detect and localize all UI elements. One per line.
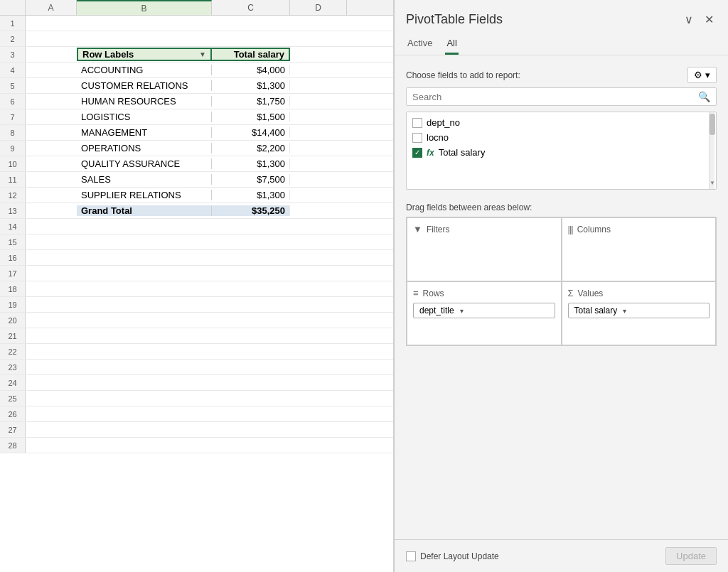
col-header-b[interactable]: B bbox=[77, 0, 212, 15]
cell-b12[interactable]: SUPPLIER RELATIONS bbox=[77, 190, 212, 200]
spreadsheet-body: 1 2 3 Row Labels ▼ Total salary bbox=[0, 16, 393, 453]
row-number: 21 bbox=[0, 328, 26, 343]
table-row: 21 bbox=[0, 328, 393, 344]
col-header-c: C bbox=[212, 0, 290, 15]
row-number: 23 bbox=[0, 360, 26, 374]
row-labels-text: Row Labels bbox=[82, 49, 134, 60]
pivot-table-panel: PivotTable Fields ∨ ✕ Active All Choose … bbox=[394, 0, 728, 572]
columns-icon: ||| bbox=[568, 224, 573, 234]
row-number: 25 bbox=[0, 391, 26, 406]
areas-grid: ▼ Filters ||| Columns ≡ Rows dept_title … bbox=[406, 217, 717, 346]
fields-list: dept_no locno fx Total salary ▼ bbox=[406, 112, 717, 190]
cell-c10[interactable]: $1,300 bbox=[212, 158, 290, 169]
cell-c8[interactable]: $14,400 bbox=[212, 127, 290, 138]
row-number: 27 bbox=[0, 422, 26, 437]
area-columns: ||| Columns bbox=[562, 217, 717, 281]
cell-c11[interactable]: $7,500 bbox=[212, 174, 290, 185]
table-row: 15 bbox=[0, 234, 393, 250]
table-row: 7 LOGISTICS $1,500 bbox=[0, 109, 393, 125]
values-sigma-icon: Σ bbox=[568, 288, 574, 298]
field-item-total-salary[interactable]: fx Total salary bbox=[407, 145, 716, 160]
rows-chip-dropdown-icon[interactable]: ▾ bbox=[460, 307, 464, 315]
checkbox-total-salary[interactable] bbox=[412, 148, 422, 158]
row-number: 19 bbox=[0, 297, 26, 312]
pivot-header: PivotTable Fields ∨ ✕ bbox=[395, 0, 728, 33]
row-number: 7 bbox=[0, 109, 26, 124]
table-row: 6 HUMAN RESOURCES $1,750 bbox=[0, 94, 393, 109]
row-number: 4 bbox=[0, 63, 26, 77]
update-button[interactable]: Update bbox=[665, 547, 717, 565]
grand-total-row: 13 Grand Total $35,250 bbox=[0, 203, 393, 219]
table-row: 18 bbox=[0, 281, 393, 297]
checkbox-dept-no[interactable] bbox=[412, 118, 422, 128]
search-icon: 🔍 bbox=[698, 91, 710, 102]
tab-all[interactable]: All bbox=[445, 33, 458, 55]
cell-c9[interactable]: $2,200 bbox=[212, 143, 290, 153]
fields-scrollbar-track[interactable]: ▼ bbox=[709, 112, 714, 189]
rows-chip-label: dept_title bbox=[419, 306, 454, 315]
bottom-bar: Defer Layout Update Update bbox=[395, 539, 728, 572]
cell-b8[interactable]: MANAGEMENT bbox=[77, 127, 212, 138]
cell-b3-row-labels[interactable]: Row Labels ▼ bbox=[77, 48, 212, 61]
row-number: 15 bbox=[0, 234, 26, 249]
cell-b6[interactable]: HUMAN RESOURCES bbox=[77, 96, 212, 107]
checkbox-locno[interactable] bbox=[412, 133, 422, 143]
cell-c3-total-salary[interactable]: Total salary bbox=[212, 48, 290, 61]
close-icon[interactable]: ✕ bbox=[702, 11, 717, 28]
scroll-down-arrow[interactable]: ▼ bbox=[710, 180, 714, 186]
fields-list-wrap: dept_no locno fx Total salary ▼ bbox=[406, 112, 717, 190]
cell-b10[interactable]: QUALITY ASSURANCE bbox=[77, 158, 212, 169]
dropdown-arrow-icon[interactable]: ▼ bbox=[199, 50, 206, 58]
search-input[interactable] bbox=[412, 92, 698, 102]
drag-label: Drag fields between areas below: bbox=[395, 195, 728, 217]
table-row: 17 bbox=[0, 266, 393, 281]
cell-b5[interactable]: CUSTOMER RELATIONS bbox=[77, 80, 212, 91]
row-number: 10 bbox=[0, 156, 26, 171]
tab-active[interactable]: Active bbox=[406, 33, 434, 55]
pivot-header-icons: ∨ ✕ bbox=[682, 11, 717, 28]
defer-layout-update[interactable]: Defer Layout Update bbox=[406, 551, 499, 561]
table-row: 2 bbox=[0, 31, 393, 47]
spreadsheet: A B C D 1 2 3 Row Labels ▼ bbox=[0, 0, 394, 572]
row-number: 9 bbox=[0, 141, 26, 156]
cell-c4[interactable]: $4,000 bbox=[212, 65, 290, 75]
gear-button[interactable]: ⚙ ▾ bbox=[687, 67, 717, 83]
pivot-title: PivotTable Fields bbox=[406, 12, 503, 27]
cell-b9[interactable]: OPERATIONS bbox=[77, 143, 212, 153]
area-values: Σ Values Total salary ▾ bbox=[562, 281, 717, 345]
field-item-locno[interactable]: locno bbox=[407, 130, 716, 145]
corner-cell bbox=[0, 0, 26, 15]
col-header-d: D bbox=[290, 0, 347, 15]
values-chip-total-salary[interactable]: Total salary ▾ bbox=[568, 303, 710, 318]
cell-b4[interactable]: ACCOUNTING bbox=[77, 65, 212, 75]
area-filters: ▼ Filters bbox=[407, 217, 562, 281]
cell-c6[interactable]: $1,750 bbox=[212, 96, 290, 107]
defer-checkbox[interactable] bbox=[406, 551, 416, 561]
table-row: 10 QUALITY ASSURANCE $1,300 bbox=[0, 156, 393, 172]
gear-icon: ⚙ bbox=[694, 70, 702, 80]
rows-chip-dept-title[interactable]: dept_title ▾ bbox=[413, 303, 555, 318]
cell-b11[interactable]: SALES bbox=[77, 174, 212, 185]
cell-c13-grand-total-value[interactable]: $35,250 bbox=[212, 205, 290, 216]
values-chip-dropdown-icon[interactable]: ▾ bbox=[623, 307, 626, 315]
table-row: 16 bbox=[0, 250, 393, 266]
row-number: 28 bbox=[0, 438, 26, 453]
search-box[interactable]: 🔍 bbox=[406, 87, 717, 106]
area-columns-label: Columns bbox=[577, 225, 611, 234]
values-chip-label: Total salary bbox=[574, 306, 618, 315]
cell-b13-grand-total[interactable]: Grand Total bbox=[77, 205, 212, 216]
cell-c7[interactable]: $1,500 bbox=[212, 112, 290, 122]
collapse-icon[interactable]: ∨ bbox=[682, 11, 696, 28]
table-row: 23 bbox=[0, 360, 393, 375]
field-item-dept-no[interactable]: dept_no bbox=[407, 115, 716, 130]
table-row: 25 bbox=[0, 391, 393, 406]
row-number: 26 bbox=[0, 406, 26, 421]
table-row: 26 bbox=[0, 406, 393, 422]
table-row: 11 SALES $7,500 bbox=[0, 172, 393, 188]
row-number: 1 bbox=[0, 16, 26, 31]
cell-c5[interactable]: $1,300 bbox=[212, 80, 290, 91]
fields-scrollbar-thumb[interactable] bbox=[710, 114, 715, 135]
table-row: 8 MANAGEMENT $14,400 bbox=[0, 125, 393, 141]
cell-b7[interactable]: LOGISTICS bbox=[77, 112, 212, 122]
cell-c12[interactable]: $1,300 bbox=[212, 190, 290, 200]
